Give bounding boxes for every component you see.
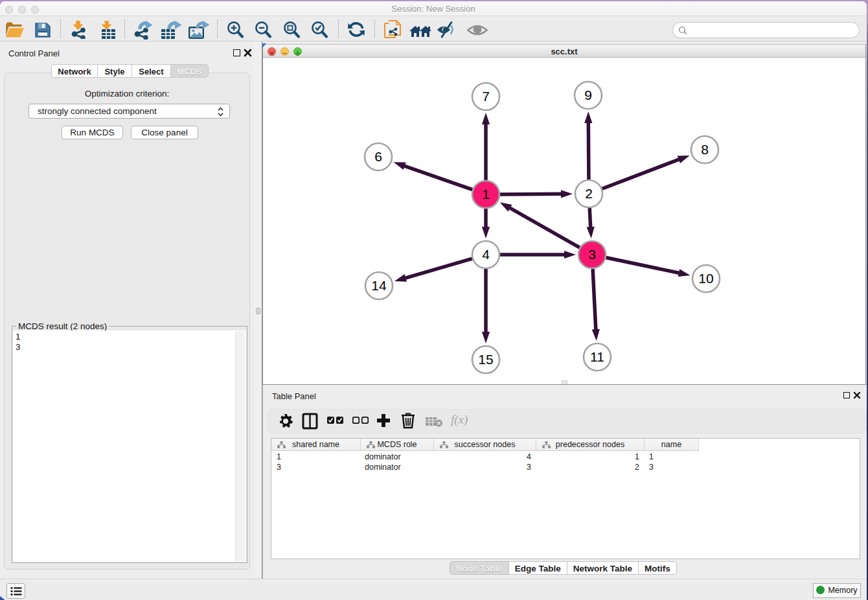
- svg-text:9: 9: [584, 87, 592, 102]
- svg-text:15: 15: [478, 352, 493, 367]
- svg-text:6: 6: [374, 149, 382, 164]
- svg-text:3: 3: [588, 247, 596, 262]
- svg-text:14: 14: [371, 278, 387, 293]
- svg-text:2: 2: [585, 186, 593, 201]
- svg-text:10: 10: [698, 271, 713, 286]
- svg-text:1: 1: [482, 187, 490, 202]
- svg-text:8: 8: [701, 142, 709, 157]
- svg-text:11: 11: [590, 349, 604, 364]
- svg-text:4: 4: [482, 247, 490, 262]
- svg-text:7: 7: [482, 89, 490, 104]
